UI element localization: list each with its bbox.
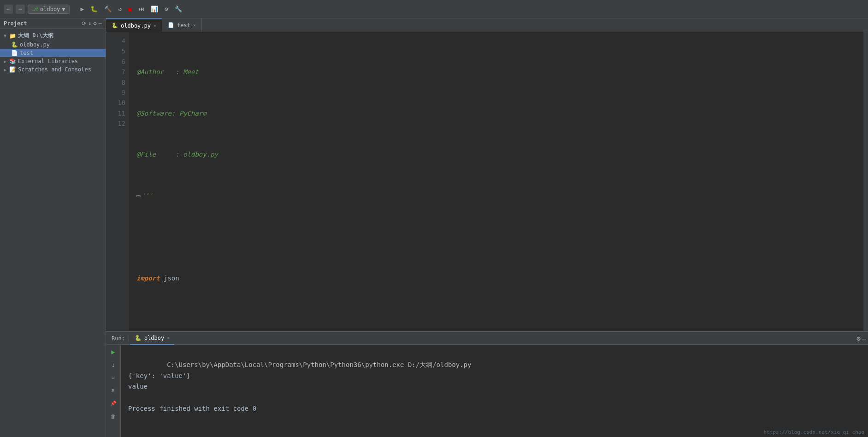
sidebar-item-oldboy-label: oldboy.py — [20, 41, 50, 48]
stop-button[interactable]: ■ — [126, 5, 134, 13]
console-sidebar: ▶ ↓ ≡ ⌘ 📌 🗑 — [106, 345, 121, 437]
lib-icon: 📚 — [9, 58, 16, 64]
code-line-6: @File : oldboy.py — [136, 149, 863, 159]
back-button[interactable]: ← — [4, 5, 13, 14]
code-lines[interactable]: @Author : Meet @Software: PyCharm @File … — [129, 32, 863, 331]
arrow-icon-ext: ▶ — [4, 59, 6, 64]
run-config-button[interactable]: ⏭ — [136, 5, 146, 13]
sidebar-item-ext-label: External Libraries — [18, 58, 78, 64]
sidebar-item-scratch-label: Scratches and Consoles — [18, 66, 91, 73]
import-keyword: import — [136, 273, 160, 283]
sidebar-item-root[interactable]: ▼ 📁 大纲 D:\大纲 — [0, 31, 106, 41]
tab-test-label: test — [177, 22, 190, 29]
bottom-panel: Run: 🐍 oldboy ✕ ⚙ — ▶ ↓ ≡ ⌘ 📌 — [106, 331, 868, 437]
sidebar: Project ⟳ ↕ ⚙ — ▼ 📁 大纲 D:\大纲 🐍 oldboy.py — [0, 18, 106, 437]
scratch-icon: 📝 — [9, 66, 16, 73]
code-line-9: import json — [136, 273, 863, 283]
sidebar-item-test[interactable]: 📄 test — [0, 49, 106, 57]
file-icon: 📄 — [11, 50, 18, 56]
arrow-icon-scratch: ▶ — [4, 67, 6, 72]
line7-content: ''' — [141, 191, 153, 201]
run-tab-icon: 🐍 — [135, 335, 142, 341]
tab-oldboy-label: oldboy.py — [121, 23, 151, 29]
editor-area: 🐍 oldboy.py ✕ 📄 test ✕ 4 5 6 7 8 9 — [106, 18, 868, 437]
sidebar-title: Project — [4, 20, 27, 27]
bottom-tabs: Run: 🐍 oldboy ✕ ⚙ — — [106, 332, 868, 345]
sidebar-item-test-label: test — [20, 50, 33, 56]
sync-icon[interactable]: ⟳ — [82, 20, 86, 27]
folder-icon: 📁 — [9, 33, 16, 39]
sidebar-item-oldboy[interactable]: 🐍 oldboy.py — [0, 41, 106, 49]
tab-oldboy-close[interactable]: ✕ — [154, 23, 156, 28]
build-button[interactable]: 🔨 — [102, 5, 113, 13]
main-area: Project ⟳ ↕ ⚙ — ▼ 📁 大纲 D:\大纲 🐍 oldboy.py — [0, 18, 868, 437]
run-button[interactable]: ▶ — [79, 5, 86, 13]
bottom-tab-oldboy[interactable]: 🐍 oldboy ✕ — [130, 332, 174, 345]
settings-icon[interactable]: ⚙ — [856, 335, 860, 342]
sidebar-content: ▼ 📁 大纲 D:\大纲 🐍 oldboy.py 📄 test ▶ 📚 Exte… — [0, 29, 106, 437]
code-content: 4 5 6 7 8 9 10 11 12 @Author : Meet — [106, 32, 868, 331]
coverage-button[interactable]: 📊 — [149, 5, 160, 13]
code-line-5: @Software: PyCharm — [136, 108, 863, 118]
import-module: json — [160, 273, 179, 283]
console-line-1: C:\Users\by\AppData\Local\Programs\Pytho… — [167, 361, 471, 368]
scrollbar-right[interactable] — [863, 32, 868, 331]
format-button[interactable]: ⌘ — [108, 385, 118, 396]
py-icon: 🐍 — [11, 41, 18, 48]
tab-py-icon: 🐍 — [112, 23, 118, 29]
reload-button[interactable]: ↺ — [116, 5, 124, 13]
sidebar-header-icons: ⟳ ↕ ⚙ — — [82, 20, 102, 27]
scroll-wrap-button[interactable]: ≡ — [108, 373, 118, 383]
tab-file-icon: 📄 — [168, 22, 174, 28]
code-line-7: ▭ ''' — [136, 191, 863, 201]
sidebar-item-scratches[interactable]: ▶ 📝 Scratches and Consoles — [0, 65, 106, 74]
sidebar-header: Project ⟳ ↕ ⚙ — — [0, 18, 106, 29]
console-line-5: Process finished with exit code 0 — [128, 405, 256, 412]
bottom-panel-icons: ⚙ — — [856, 335, 866, 342]
code-line-8 — [136, 232, 863, 242]
branch-icon: ⎇ — [32, 6, 38, 12]
tools-button[interactable]: 🔧 — [173, 5, 184, 13]
branch-selector[interactable]: ⎇ oldboy ▼ — [28, 5, 70, 14]
trash-button[interactable]: 🗑 — [108, 411, 118, 421]
branch-label: oldboy — [40, 6, 60, 12]
tab-test-close[interactable]: ✕ — [193, 23, 196, 28]
sidebar-item-external-libraries[interactable]: ▶ 📚 External Libraries — [0, 57, 106, 65]
tabs-bar: 🐍 oldboy.py ✕ 📄 test ✕ — [106, 18, 868, 32]
console-output[interactable]: C:\Users\by\AppData\Local\Programs\Pytho… — [121, 345, 868, 437]
sidebar-root-label: 大纲 D:\大纲 — [18, 32, 53, 40]
debug-button[interactable]: 🐛 — [89, 5, 100, 13]
watermark: https://blog.csdn.net/xie_qi_chao — [763, 429, 864, 435]
pin-button[interactable]: 📌 — [108, 398, 118, 408]
console-line-3: value — [128, 383, 148, 390]
sort-icon[interactable]: ↕ — [88, 20, 91, 27]
line6-content: @File : oldboy.py — [136, 149, 218, 159]
tab-oldboy[interactable]: 🐍 oldboy.py ✕ — [106, 18, 162, 32]
fold-icon-7[interactable]: ▭ — [136, 191, 140, 201]
toolbar: ← → ⎇ oldboy ▼ ▶ 🐛 🔨 ↺ ■ ⏭ 📊 ⚙ 🔧 — [0, 0, 868, 18]
line4-content: @Author : Meet — [136, 67, 199, 77]
code-line-10 — [136, 314, 863, 324]
tab-test[interactable]: 📄 test ✕ — [162, 18, 202, 32]
forward-button[interactable]: → — [16, 5, 25, 14]
chevron-down-icon: ▼ — [62, 6, 65, 12]
bottom-tab-close[interactable]: ✕ — [167, 335, 170, 340]
arrow-icon: ▼ — [4, 33, 6, 38]
run-console-button[interactable]: ▶ — [108, 347, 118, 357]
collapse-icon[interactable]: — — [99, 20, 102, 27]
scroll-down-button[interactable]: ↓ — [108, 360, 118, 370]
run-label: Run: — [108, 335, 129, 342]
line5-content: @Software: PyCharm — [136, 108, 207, 118]
line-numbers: 4 5 6 7 8 9 10 11 12 — [106, 32, 129, 331]
console-area: ▶ ↓ ≡ ⌘ 📌 🗑 C:\Users\by\AppData\Local\Pr… — [106, 345, 868, 437]
console-line-2: {'key': 'value'} — [128, 372, 190, 379]
code-editor: 4 5 6 7 8 9 10 11 12 @Author : Meet — [106, 32, 868, 331]
code-line-4: @Author : Meet — [136, 67, 863, 77]
settings-button[interactable]: ⚙ — [163, 5, 170, 13]
minimize-icon[interactable]: — — [862, 335, 866, 342]
gear-icon[interactable]: ⚙ — [94, 20, 97, 27]
bottom-tab-label: oldboy — [144, 335, 164, 341]
